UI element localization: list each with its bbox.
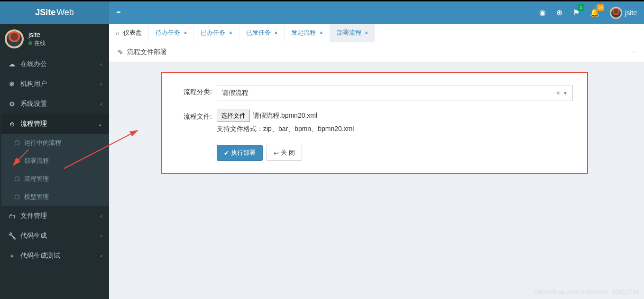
menu-code-gen-test[interactable]: ⌖代码生成测试‹ xyxy=(1,246,109,266)
bell-icon[interactable]: 🔔10 xyxy=(590,8,599,17)
tab-deploy-process[interactable]: 部署流程× xyxy=(330,24,375,42)
cloud-icon: ☁ xyxy=(7,60,17,68)
submenu-model-mgmt[interactable]: 模型管理 xyxy=(3,188,109,206)
circle-icon xyxy=(15,177,19,181)
tab-done[interactable]: 已办任务× xyxy=(194,24,239,42)
edit-icon: ✎ xyxy=(118,48,123,56)
topbar-user[interactable]: jsite xyxy=(610,7,637,19)
org-icon: ❃ xyxy=(7,80,17,88)
gear-icon: ⚙ xyxy=(7,100,17,108)
select-clear-icon[interactable]: × xyxy=(556,89,560,97)
menu-code-gen[interactable]: 🔧代码生成‹ xyxy=(1,226,109,246)
submenu-proc-mgmt[interactable]: 流程管理 xyxy=(3,170,109,188)
reply-icon: ↩ xyxy=(274,150,279,157)
flag-icon[interactable]: ⚑1 xyxy=(573,8,580,17)
select-caret-icon[interactable]: ▼ xyxy=(563,91,568,96)
chosen-file-name: 请假流程.bpmn20.xml xyxy=(253,112,317,120)
check-icon: ✔ xyxy=(224,150,229,157)
chevron-left-icon: ‹ xyxy=(101,253,102,259)
home-icon: ⌂ xyxy=(116,29,120,37)
tab-close-icon[interactable]: × xyxy=(229,30,232,36)
menu-org-user[interactable]: ❃机构用户‹ xyxy=(1,74,109,94)
file-label: 流程文件: xyxy=(176,110,212,121)
user-status: 在线 xyxy=(28,39,46,47)
badge-green: 1 xyxy=(578,4,584,11)
tabs-bar: ⌂仪表盘 待办任务× 已办任务× 已发任务× 发起流程× 部署流程× xyxy=(109,24,644,42)
topbar-username: jsite xyxy=(625,9,637,17)
wrench-icon: 🔧 xyxy=(7,232,17,240)
tab-sent[interactable]: 已发任务× xyxy=(239,24,285,42)
sidebar-menu: ☁在线办公‹ ❃机构用户‹ ⚙系统设置‹ ⎋流程管理⌄ 运行中的流程 部署流程 … xyxy=(0,54,109,266)
chevron-left-icon: ‹ xyxy=(101,82,102,87)
deploy-button[interactable]: ✔执行部署 xyxy=(217,145,263,161)
chevron-left-icon: ‹ xyxy=(101,102,102,107)
tab-close-icon[interactable]: × xyxy=(184,30,187,36)
folder-icon: 🗀 xyxy=(7,212,17,220)
menu-process-mgmt[interactable]: ⎋流程管理⌄ xyxy=(1,114,109,134)
chevron-left-icon: ‹ xyxy=(101,234,102,239)
circle-icon xyxy=(15,140,19,145)
tab-dashboard[interactable]: ⌂仪表盘 xyxy=(109,24,149,42)
tab-close-icon[interactable]: × xyxy=(320,30,322,36)
user-panel: jsite 在线 xyxy=(0,24,109,54)
content-body: 流程分类: 请假流程 × ▼ 流程文件: 选择文件 请假流程 xyxy=(109,63,644,183)
user-avatar[interactable] xyxy=(5,29,24,48)
menu-system-settings[interactable]: ⚙系统设置‹ xyxy=(1,94,109,114)
circle-icon xyxy=(15,159,19,163)
choose-file-button[interactable]: 选择文件 xyxy=(217,110,250,122)
test-icon: ⌖ xyxy=(7,252,17,260)
category-value: 请假流程 xyxy=(222,89,556,97)
topbar: ≡ ◉ ⊕ ⚑1 🔔10 jsite xyxy=(109,0,644,24)
dashboard-icon[interactable]: ◉ xyxy=(539,8,546,17)
submenu-process: 运行中的流程 部署流程 流程管理 模型管理 xyxy=(1,134,109,206)
status-dot-icon xyxy=(28,41,32,45)
category-label: 流程分类: xyxy=(176,85,212,96)
menu-online-office[interactable]: ☁在线办公‹ xyxy=(1,54,109,74)
chevron-left-icon: ‹ xyxy=(101,62,102,67)
chevron-left-icon: ‹ xyxy=(101,214,102,219)
brand-logo[interactable]: JSite Web xyxy=(0,0,109,24)
topbar-avatar xyxy=(610,7,622,19)
user-name: jsite xyxy=(28,31,46,38)
submenu-running[interactable]: 运行中的流程 xyxy=(3,134,109,152)
tab-close-icon[interactable]: × xyxy=(275,30,277,36)
page-title: 流程文件部署 xyxy=(127,48,167,56)
sliders-icon: ⎋ xyxy=(7,120,17,128)
brand-bold: JSite xyxy=(35,8,55,18)
deploy-form: 流程分类: 请假流程 × ▼ 流程文件: 选择文件 请假流程 xyxy=(161,72,588,174)
chevron-down-icon: ⌄ xyxy=(98,121,102,127)
tab-start-process[interactable]: 发起流程× xyxy=(285,24,330,42)
tab-todo[interactable]: 待办任务× xyxy=(149,24,194,42)
brand-light: Web xyxy=(56,8,74,18)
close-button[interactable]: ↩关 闭 xyxy=(267,145,302,161)
tab-close-icon[interactable]: × xyxy=(365,30,368,36)
badge-orange: 10 xyxy=(597,4,604,11)
content-header: ✎ 流程文件部署 − xyxy=(109,42,644,63)
menu-file-mgmt[interactable]: 🗀文件管理‹ xyxy=(1,206,109,226)
submenu-deploy[interactable]: 部署流程 xyxy=(3,152,109,170)
watermark: https://blog.csdn.net/weixin_40816738 xyxy=(534,288,639,295)
main: ≡ ◉ ⊕ ⚑1 🔔10 jsite ⌂仪表盘 待办任务× 已办任务× 已发任务… xyxy=(109,0,644,299)
hamburger-icon[interactable]: ≡ xyxy=(116,9,120,17)
category-select[interactable]: 请假流程 × ▼ xyxy=(217,85,573,101)
file-format-hint: 支持文件格式：zip、bar、bpmn、bpmn20.xml xyxy=(217,125,573,133)
sidebar: JSite Web jsite 在线 ☁在线办公‹ ❃机构用户‹ ⚙系统设置‹ … xyxy=(0,0,109,299)
circle-icon xyxy=(15,195,19,199)
collapse-icon[interactable]: − xyxy=(631,48,635,56)
globe-icon[interactable]: ⊕ xyxy=(556,8,562,17)
